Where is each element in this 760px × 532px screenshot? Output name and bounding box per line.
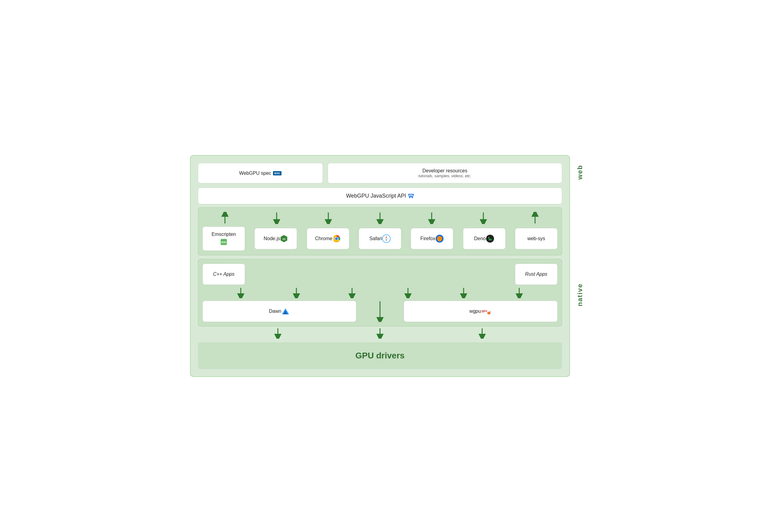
wgpu-box: wgpu gpu bbox=[404, 301, 557, 322]
svg-marker-0 bbox=[408, 194, 413, 198]
safari-passthrough-arrow bbox=[376, 301, 384, 322]
safari-icon bbox=[382, 234, 391, 243]
emscripten-up-arrow bbox=[221, 212, 229, 224]
spec-box: WebGPU spec W3C bbox=[198, 163, 323, 183]
native-label: native bbox=[576, 283, 584, 307]
safari-label: Safari bbox=[369, 236, 382, 241]
native-inner-box: C++ Apps Rust Apps bbox=[198, 259, 562, 326]
firefox-down-arrow-top bbox=[427, 212, 436, 224]
gpu-drivers-box: GPU drivers bbox=[198, 342, 562, 369]
emscripten-label: Emscripten bbox=[212, 232, 236, 237]
firefox-box: Firefox bbox=[411, 228, 453, 249]
emscripten-box: Emscripten em bbox=[203, 226, 245, 251]
dawn-to-gpu-arrow bbox=[274, 328, 282, 339]
websys-box: web-sys bbox=[515, 228, 557, 249]
cpp-down-arrow bbox=[237, 287, 245, 298]
wgpu-to-gpu-arrow bbox=[478, 328, 486, 339]
emscripten-icon: em bbox=[220, 238, 227, 246]
deno-icon: 🦕 bbox=[486, 234, 494, 243]
chrome-icon bbox=[332, 234, 341, 243]
webgpu-api-row: WebGPU JavaScript API bbox=[198, 188, 562, 204]
gpu-drivers-label: GPU drivers bbox=[356, 351, 404, 360]
rust-apps-label: Rust Apps bbox=[525, 271, 547, 277]
safari-to-gpu-arrow bbox=[376, 328, 384, 339]
web-label: web bbox=[576, 165, 584, 180]
rust-apps-box: Rust Apps bbox=[515, 264, 557, 285]
svg-text:🦕: 🦕 bbox=[488, 236, 492, 241]
nodejs-label: Node.js bbox=[263, 236, 280, 241]
deno-box: Deno 🦕 bbox=[463, 228, 505, 249]
chrome-down-arrow2 bbox=[348, 287, 356, 298]
svg-text:em: em bbox=[221, 240, 226, 244]
diagram-wrapper: web native WebGPU spec W3C Developer res… bbox=[190, 155, 570, 377]
webgpu-w-icon bbox=[408, 193, 414, 199]
nodejs-icon: JS bbox=[280, 235, 288, 243]
wgpu-label: wgpu bbox=[469, 309, 481, 314]
nodejs-down-arrow bbox=[272, 212, 281, 224]
deno-down-arrow2 bbox=[459, 287, 468, 298]
top-row: WebGPU spec W3C Developer resources tuto… bbox=[198, 163, 562, 183]
webgpu-api-label: WebGPU JavaScript API bbox=[346, 193, 406, 199]
dev-resources-subtitle: tutorials, samples, videos, etc. bbox=[418, 173, 471, 178]
chrome-down-arrow-top bbox=[324, 212, 333, 224]
dawn-label: Dawn bbox=[269, 309, 281, 314]
nodejs-box: Node.js JS bbox=[255, 228, 297, 249]
dev-resources-box: Developer resources tutorials, samples, … bbox=[328, 163, 562, 183]
websys-label: web-sys bbox=[527, 236, 546, 241]
cpp-apps-box: C++ Apps bbox=[203, 264, 245, 285]
firefox-label: Firefox bbox=[420, 236, 435, 241]
rust-down-arrow bbox=[515, 287, 523, 298]
dev-resources-label: Developer resources bbox=[423, 168, 467, 173]
svg-text:gpu: gpu bbox=[482, 309, 487, 313]
safari-box: Safari bbox=[359, 228, 401, 249]
dawn-box: Dawn bbox=[203, 301, 356, 322]
outer-box: web native WebGPU spec W3C Developer res… bbox=[190, 155, 570, 377]
wgpu-icon: gpu bbox=[481, 307, 492, 315]
firefox-icon bbox=[435, 234, 444, 243]
web-inner-box: Emscripten em Node.js JS bbox=[198, 207, 562, 255]
spec-label: WebGPU spec bbox=[239, 170, 271, 176]
safari-down-arrow-top bbox=[376, 212, 384, 224]
dawn-icon bbox=[281, 307, 290, 315]
webgpu-api-box: WebGPU JavaScript API bbox=[198, 188, 562, 204]
deno-down-arrow-top bbox=[479, 212, 488, 224]
svg-point-14 bbox=[335, 237, 338, 240]
firefox-down-arrow2 bbox=[404, 287, 412, 298]
cpp-apps-label: C++ Apps bbox=[213, 271, 235, 277]
chrome-label: Chrome bbox=[315, 236, 332, 241]
chrome-box: Chrome bbox=[307, 228, 349, 249]
deno-label: Deno bbox=[474, 236, 486, 241]
w3c-badge: W3C bbox=[273, 171, 281, 175]
nodejs-down-arrow2 bbox=[292, 287, 301, 298]
websys-up-arrow bbox=[531, 212, 539, 224]
svg-text:JS: JS bbox=[283, 238, 286, 240]
